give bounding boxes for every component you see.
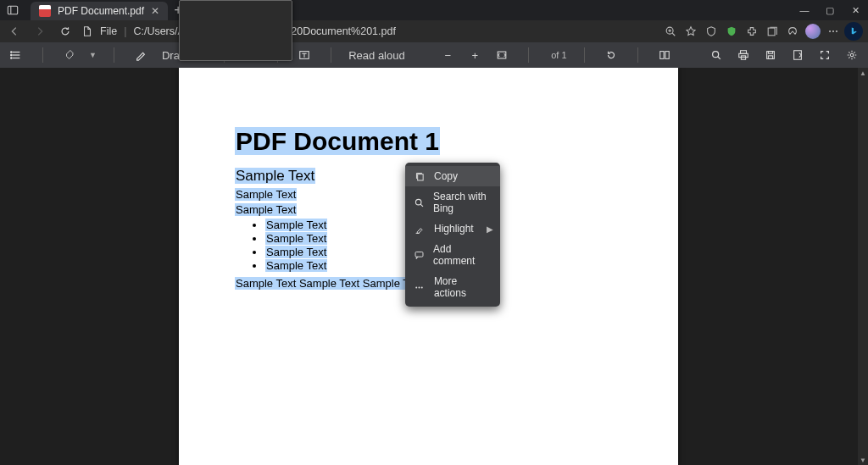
scrollbar[interactable] [858,68,868,465]
page-count-label: of 1 [551,50,566,60]
svg-point-13 [11,52,12,53]
url-separator: | [124,25,126,37]
pdf-settings-button[interactable] [843,46,861,64]
browser-tab[interactable]: PDF Document.pdf ✕ [31,2,168,20]
context-menu-item-label: Add comment [433,243,492,267]
page-view-button[interactable] [655,46,674,64]
window-controls: — ▢ ✕ [792,0,868,20]
scrollbar-down-button[interactable]: ▼ [858,455,868,465]
url-scheme: File [100,25,117,37]
svg-rect-0 [8,6,17,14]
rotate-button[interactable] [602,46,620,64]
svg-rect-20 [659,52,663,59]
scrollbar-up-button[interactable]: ▲ [858,68,868,78]
tab-title: PDF Document.pdf [58,5,144,17]
svg-point-36 [416,286,418,288]
svg-point-7 [829,30,831,32]
url-display[interactable]: File | C:/Users/ASUS/Desktop/~/PDF%20Doc… [81,25,654,37]
security-shield-icon[interactable] [722,22,741,41]
contents-toggle-button[interactable] [7,46,25,64]
context-menu-item-label: Search with Bing [433,191,492,214]
context-menu-item-label: Highlight [434,223,474,235]
tab-close-button[interactable]: ✕ [151,5,159,17]
performance-button[interactable] [783,22,802,41]
highlight-tool-button[interactable] [60,46,79,64]
svg-line-23 [718,57,721,59]
svg-rect-29 [768,56,772,59]
svg-point-22 [713,52,719,58]
context-menu-item[interactable]: Copy [405,166,500,186]
nav-back-button[interactable] [5,22,24,41]
svg-point-31 [850,53,854,57]
window-titlebar: PDF Document.pdf ✕ + — ▢ ✕ [0,0,868,20]
svg-rect-6 [768,28,775,36]
more-icon [414,282,426,293]
pdf-viewer: PDF Document 1 Sample Text Sample Text S… [0,68,868,465]
text-tool-button[interactable] [295,46,314,64]
svg-point-37 [419,286,420,288]
search-icon [414,197,425,208]
svg-rect-30 [794,51,802,60]
zoom-indicator-icon[interactable] [661,22,680,41]
draw-tool-button[interactable] [131,46,150,64]
svg-line-3 [672,33,675,36]
svg-rect-24 [741,51,747,54]
fullscreen-button[interactable] [815,46,834,64]
save-button[interactable] [761,46,780,64]
svg-point-14 [11,54,12,55]
svg-point-38 [421,286,423,288]
context-menu-item-label: More actions [434,275,492,299]
favorite-button[interactable] [682,22,700,41]
window-minimize-button[interactable]: — [792,0,817,20]
zoom-in-button[interactable]: + [465,46,484,64]
svg-rect-21 [665,52,668,59]
zoom-out-button[interactable]: − [438,46,457,64]
address-bar: File | C:/Users/ASUS/Desktop/~/PDF%20Doc… [0,20,868,42]
chevron-right-icon: ▶ [487,224,493,234]
pdf-favicon [39,5,51,17]
highlight-icon [414,224,426,235]
collections-button[interactable] [763,22,782,41]
print-button[interactable] [734,46,753,64]
tab-overview-button[interactable] [0,0,25,20]
fit-page-button[interactable] [492,46,511,64]
context-menu-item-label: Copy [434,170,458,182]
svg-rect-28 [768,52,772,54]
nav-refresh-button[interactable] [56,22,75,41]
svg-point-15 [11,58,12,58]
extensions-button[interactable] [743,22,761,41]
context-menu-item[interactable]: Search with Bing [405,186,500,219]
document-title: PDF Document 1 [235,127,622,156]
more-menu-button[interactable] [824,22,843,41]
svg-line-34 [420,204,423,207]
svg-rect-35 [415,252,423,257]
file-icon [81,25,93,37]
nav-forward-button [31,22,49,41]
context-menu-item[interactable]: Add comment [405,239,500,271]
copy-icon [414,171,426,182]
context-menu: CopySearch with BingHighlight▶Add commen… [405,163,500,307]
page-number-input[interactable] [179,0,292,61]
svg-point-33 [415,199,421,205]
read-aloud-button[interactable]: Read aloud [348,49,405,62]
highlight-dropdown[interactable]: ▼ [89,51,97,59]
context-menu-item[interactable]: More actions [405,271,500,303]
svg-point-9 [836,30,837,32]
svg-rect-32 [417,174,423,180]
annotate-button[interactable] [788,46,807,64]
window-close-button[interactable]: ✕ [843,0,868,20]
pdf-toolbar: ▼ Draw ▼ Read aloud − + of 1 [0,42,868,68]
tracking-shield-icon[interactable] [702,22,721,41]
profile-avatar[interactable] [804,22,822,41]
bing-chat-button[interactable] [844,22,863,41]
svg-rect-19 [498,52,506,58]
find-button[interactable] [707,46,726,64]
context-menu-item[interactable]: Highlight▶ [405,219,500,239]
comment-icon [414,250,425,261]
svg-point-8 [832,30,834,32]
window-maximize-button[interactable]: ▢ [817,0,843,20]
